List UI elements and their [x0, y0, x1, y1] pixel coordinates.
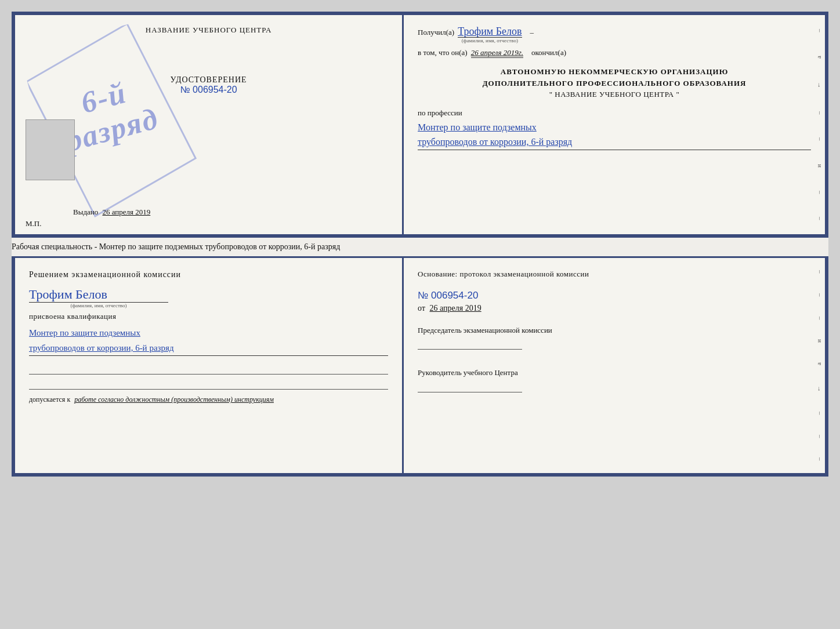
profession-line2: трубопроводов от коррозии, 6-й разряд: [418, 134, 811, 150]
bottom-certificate: Решением экзаменационной комиссии Трофим…: [12, 256, 828, 477]
bottom-right-panel: Основание: протокол экзаменационной коми…: [404, 258, 825, 473]
line-row-1: [29, 364, 388, 375]
separator-text: Рабочая специальность - Монтер по защите…: [12, 238, 828, 256]
org-name: " НАЗВАНИЕ УЧЕБНОГО ЦЕНТРА ": [418, 89, 811, 100]
photo-box: [26, 119, 75, 180]
profession-line1: Монтер по защите подземных: [418, 120, 811, 135]
recipient-name: Трофим Белов: [458, 26, 522, 38]
po-professii-section: по профессии Монтер по защите подземных …: [418, 108, 811, 150]
line-row-2: [29, 379, 388, 390]
okonchil-label: окончил(а): [531, 48, 566, 57]
resheniyem-text: Решением экзаменационной комиссии: [29, 268, 388, 281]
rukovoditel-block: Руководитель учебного Центра: [418, 367, 811, 392]
separator-label: Рабочая специальность - Монтер по защите…: [12, 242, 340, 251]
bottom-name-sub: (фамилия, имя, отчество): [29, 302, 168, 308]
po-professii-label: по профессии: [418, 108, 811, 118]
cert-right-panel: Получил(а) Трофим Белов (фамилия, имя, о…: [404, 15, 825, 234]
prisvoena-label: присвоена квалификация: [29, 312, 388, 321]
dopuskaetsya-text: работе согласно должностным (производств…: [74, 395, 274, 403]
bottom-left-panel: Решением экзаменационной комиссии Трофим…: [15, 258, 404, 473]
ot-label: от: [418, 304, 425, 312]
org-line2: ДОПОЛНИТЕЛЬНОГО ПРОФЕССИОНАЛЬНОГО ОБРАЗО…: [418, 78, 811, 89]
dopuskaetsya-section: допускается к работе согласно должностны…: [29, 395, 388, 404]
poluchil-line: Получил(а) Трофим Белов (фамилия, имя, о…: [418, 26, 811, 43]
vydano-date: 26 апреля 2019: [103, 208, 151, 216]
bottom-lines: [29, 364, 388, 390]
cert-left-panel: НАЗВАНИЕ УЧЕБНОГО ЦЕНТРА 6-й разряд УДОС…: [15, 15, 404, 234]
udostoverenie-section: УДОСТОВЕРЕНИЕ № 006954-20: [170, 75, 247, 95]
vydano-line: Выдано 26 апреля 2019: [73, 208, 150, 217]
ot-date-line: от 26 апреля 2019: [418, 304, 811, 313]
vtom-label: в том, что он(а): [418, 48, 468, 57]
dash-1: –: [530, 28, 534, 37]
rukovoditel-label: Руководитель учебного Центра: [418, 367, 811, 379]
predsedatel-sign-line: [418, 339, 522, 350]
dopuskaetsya-label: допускается к: [29, 395, 70, 403]
bottom-name-block: Трофим Белов (фамилия, имя, отчество): [29, 287, 388, 308]
qualification-line2: трубопроводов от коррозии, 6-й разряд: [29, 341, 388, 357]
udostoverenie-label: УДОСТОВЕРЕНИЕ: [170, 75, 247, 85]
name-sublabel: (фамилия, имя, отчество): [458, 38, 522, 43]
predsedatel-label: Председатель экзаменационной комиссии: [418, 325, 811, 336]
bottom-recipient-name: Трофим Белов: [29, 287, 388, 302]
osnovanie-text: Основание: протокол экзаменационной коми…: [418, 268, 811, 281]
predsedatel-block: Председатель экзаменационной комиссии: [418, 325, 811, 350]
protocol-number: № 006954-20: [418, 290, 811, 301]
ot-date: 26 апреля 2019: [430, 304, 481, 312]
cert-title: НАЗВАНИЕ УЧЕБНОГО ЦЕНТРА: [146, 26, 271, 35]
vtom-line: в том, что он(а) 26 апреля 2019г. окончи…: [418, 48, 811, 58]
poluchil-label: Получил(а): [418, 28, 454, 37]
qualification-line1: Монтер по защите подземных: [29, 326, 388, 341]
org-block: АВТОНОМНУЮ НЕКОММЕРЧЕСКУЮ ОРГАНИЗАЦИЮ ДО…: [418, 66, 811, 100]
vydano-label: Выдано: [73, 208, 98, 216]
cert-number: № 006954-20: [170, 85, 247, 95]
mp-label: М.П.: [26, 219, 41, 228]
cert-date: 26 апреля 2019г.: [471, 48, 523, 58]
rukovoditel-sign-line: [418, 382, 522, 392]
bottom-side-decoration: – – – и а ← – – –: [812, 258, 825, 473]
top-certificate: НАЗВАНИЕ УЧЕБНОГО ЦЕНТРА 6-й разряд УДОС…: [12, 12, 828, 238]
side-decoration: – а ← – – и – –: [812, 15, 825, 234]
org-line1: АВТОНОМНУЮ НЕКОММЕРЧЕСКУЮ ОРГАНИЗАЦИЮ: [418, 66, 811, 78]
